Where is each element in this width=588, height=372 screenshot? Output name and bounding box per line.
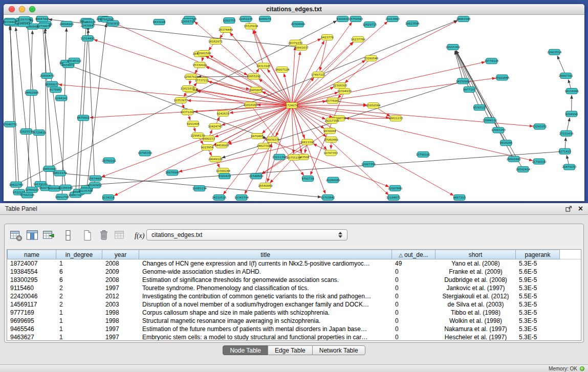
graph-node[interactable]: 9023954 xyxy=(201,145,214,150)
table-row[interactable]: 977716911998Corpus callosum shape and si… xyxy=(7,309,581,317)
graph-node[interactable]: 25920666 xyxy=(495,75,509,80)
graph-node[interactable]: 9244141 xyxy=(55,95,68,101)
graph-node[interactable]: 11203190 xyxy=(17,16,32,22)
tab-edge-table[interactable]: Edge Table xyxy=(268,345,313,355)
cell-out-de[interactable]: 0 xyxy=(392,309,435,317)
cell-title[interactable]: Embryonic stem cells: a model to study s… xyxy=(139,333,392,341)
graph-node[interactable]: 11952235 xyxy=(238,16,253,22)
close-window-button[interactable] xyxy=(9,6,15,12)
table-row[interactable]: 969969511998Structural magnetic resonanc… xyxy=(7,317,581,325)
graph-node[interactable]: 20479253 xyxy=(562,164,576,170)
graph-edge[interactable] xyxy=(318,42,353,75)
graph-edge[interactable] xyxy=(46,28,46,188)
cell-name[interactable]: 14569117 xyxy=(7,300,56,309)
column-header-in-degree[interactable]: in_degree xyxy=(56,250,102,259)
cell-year[interactable]: 2012 xyxy=(102,292,139,300)
cell-year[interactable]: 2008 xyxy=(102,259,139,268)
graph-node[interactable]: 17231438 xyxy=(559,130,574,136)
graph-node[interactable]: 9977187 xyxy=(463,86,476,92)
graph-node[interactable]: 10747353 xyxy=(323,150,338,156)
graph-node[interactable]: 14313185 xyxy=(256,63,271,69)
cell-pagerank[interactable]: 5.3E-5 xyxy=(516,259,560,268)
cell-in-degree[interactable]: 1 xyxy=(56,309,102,317)
cell-year[interactable]: 1997 xyxy=(102,333,139,341)
graph-node[interactable]: 27737221 xyxy=(195,78,209,83)
table-readonly-icon[interactable] xyxy=(113,228,127,243)
graph-node[interactable]: 12993263 xyxy=(491,127,506,133)
graph-node[interactable]: 10755156 xyxy=(287,155,301,160)
cell-out-de[interactable]: 0 xyxy=(392,300,435,309)
cell-name[interactable]: 18724007 xyxy=(7,259,56,268)
graph-node[interactable]: 22015302 xyxy=(446,45,460,50)
graph-node[interactable]: 18371292 xyxy=(180,110,194,115)
graph-node[interactable]: 20800470 xyxy=(40,73,54,79)
column-header-short[interactable]: short xyxy=(435,250,516,259)
table-row[interactable]: 1938455462009Genome-wide association stu… xyxy=(7,268,581,276)
cell-title[interactable]: Tourette syndrome. Phenomenology and cla… xyxy=(139,284,392,292)
graph-node[interactable]: 21700100 xyxy=(532,159,546,164)
graph-node[interactable]: 14847804 xyxy=(35,16,50,22)
graph-node[interactable]: 16162871 xyxy=(208,39,223,45)
cell-year[interactable]: 1998 xyxy=(102,317,139,325)
graph-node[interactable]: 15583815 xyxy=(106,20,120,26)
graph-node[interactable]: 23143952 xyxy=(88,183,102,188)
graph-edge[interactable] xyxy=(292,105,453,195)
cell-short[interactable]: Jankovic et al. (1997) xyxy=(435,284,516,292)
graph-node[interactable]: 9816286 xyxy=(500,140,513,146)
cell-short[interactable]: Dudbridge et al. (2008) xyxy=(435,276,516,284)
graph-edge[interactable] xyxy=(87,24,106,188)
cell-in-degree[interactable]: 2 xyxy=(56,284,102,292)
graph-node[interactable]: 16237769 xyxy=(351,36,365,42)
graph-edge[interactable] xyxy=(10,25,16,185)
graph-node[interactable]: 16611233 xyxy=(388,116,403,121)
graph-node[interactable]: 12887356 xyxy=(361,161,376,167)
tab-network-table[interactable]: Network Table xyxy=(312,345,365,355)
graph-node[interactable]: 11514420 xyxy=(80,36,95,41)
cell-out-de[interactable]: 0 xyxy=(392,268,435,276)
table-row[interactable]: 946362711997Embryonic stem cells: a mode… xyxy=(7,333,581,341)
graph-node[interactable]: 25850564 xyxy=(366,103,380,108)
cell-out-de[interactable]: 0 xyxy=(392,325,435,333)
table-row[interactable]: 911546021997Tourette syndrome. Phenomeno… xyxy=(7,284,581,292)
cell-in-degree[interactable]: 1 xyxy=(56,317,102,325)
graph-node[interactable]: 19795358 xyxy=(138,150,152,156)
graph-edge[interactable] xyxy=(79,26,88,192)
graph-node[interactable]: 22266948 xyxy=(58,185,73,190)
graph-node[interactable]: 15525934 xyxy=(244,24,258,29)
graph-node[interactable]: 13783642 xyxy=(321,195,335,201)
network-canvas[interactable]: 1724076258505641661123325488736292173559… xyxy=(4,15,584,201)
graph-node[interactable]: 16007124 xyxy=(275,67,289,72)
column-header-out-de[interactable]: △out_de... xyxy=(392,250,435,259)
graph-node[interactable]: 9066074 xyxy=(258,16,271,22)
graph-node[interactable]: 26540669 xyxy=(258,183,272,189)
graph-edge[interactable] xyxy=(265,144,271,186)
cell-title[interactable]: Corpus callosum shape and size in male p… xyxy=(139,309,392,317)
cell-title[interactable]: Structural magnetic resonance image aver… xyxy=(139,317,392,325)
cell-year[interactable]: 2008 xyxy=(102,276,139,284)
graph-node[interactable]: 19611974 xyxy=(53,170,67,176)
graph-node[interactable]: 18116091 xyxy=(564,89,579,94)
graph-node[interactable]: 20280089 xyxy=(326,177,340,183)
graph-node[interactable]: 9282755 xyxy=(223,18,236,24)
new-table-icon[interactable] xyxy=(80,228,95,243)
column-header-pagerank[interactable]: pagerank xyxy=(516,250,560,259)
table-row[interactable]: 2242004622012Investigating the contribut… xyxy=(7,292,581,300)
cell-pagerank[interactable]: 5.9E-5 xyxy=(516,276,560,284)
graph-edge[interactable] xyxy=(200,54,248,75)
graph-node[interactable]: 12739875 xyxy=(37,23,51,29)
graph-node[interactable]: 15776961 xyxy=(325,98,340,103)
cell-pagerank[interactable]: 5.5E-5 xyxy=(516,292,560,300)
close-panel-icon[interactable]: × xyxy=(578,205,583,212)
graph-node[interactable]: 13546322 xyxy=(67,58,81,63)
graph-edge[interactable] xyxy=(102,105,292,177)
cell-in-degree[interactable]: 2 xyxy=(56,300,102,309)
graph-edge[interactable] xyxy=(456,51,524,169)
graph-node[interactable]: 14418009 xyxy=(214,142,229,148)
zoom-window-button[interactable] xyxy=(29,6,35,12)
graph-node[interactable]: 12629715 xyxy=(362,22,377,28)
graph-node[interactable]: 15674491 xyxy=(88,176,102,181)
graph-edge[interactable] xyxy=(42,23,54,188)
float-panel-icon[interactable] xyxy=(565,206,572,212)
graph-node[interactable]: 21548609 xyxy=(249,173,263,179)
graph-node[interactable]: 9271415 xyxy=(559,148,572,154)
